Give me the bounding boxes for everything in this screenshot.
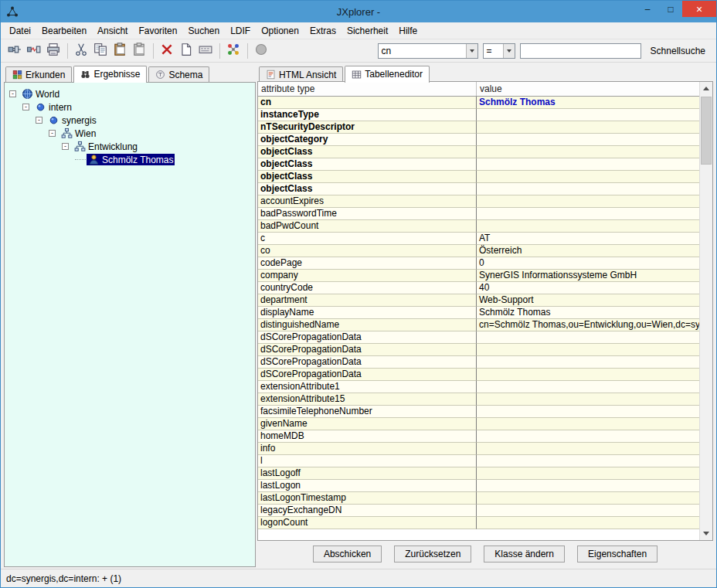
attribute-cell[interactable]: lastLogon (258, 480, 477, 492)
menu-item-datei[interactable]: Datei (4, 23, 36, 39)
value-cell[interactable] (477, 467, 699, 480)
menu-item-hilfe[interactable]: Hilfe (393, 23, 423, 39)
reset-button[interactable]: Zurücksetzen (394, 546, 471, 563)
value-cell[interactable] (477, 492, 699, 505)
attribute-cell[interactable]: dSCorePropagationData (258, 344, 477, 356)
attribute-cell[interactable]: dSCorePropagationData (258, 356, 477, 369)
value-cell[interactable] (477, 208, 699, 220)
value-cell[interactable] (477, 443, 699, 455)
attribute-cell[interactable]: logonCount (258, 517, 477, 529)
value-cell[interactable] (477, 480, 699, 492)
value-cell[interactable] (477, 430, 699, 443)
attribute-cell[interactable]: c (258, 233, 477, 245)
attribute-cell[interactable]: objectClass (258, 171, 477, 183)
attribute-cell[interactable]: objectCategory (258, 134, 477, 146)
tree-node-synergis[interactable]: -synergis (5, 114, 255, 127)
attribute-cell[interactable]: dSCorePropagationData (258, 331, 477, 344)
value-cell[interactable] (477, 381, 699, 393)
attribute-cell[interactable]: lastLogoff (258, 467, 477, 480)
menu-item-extras[interactable]: Extras (304, 23, 342, 39)
tab-ergebnisse[interactable]: Ergebnisse (73, 66, 147, 83)
attribute-cell[interactable]: legacyExchangeDN (258, 505, 477, 517)
minimize-button[interactable]: – (636, 1, 659, 17)
value-cell[interactable] (477, 406, 699, 418)
attribute-cell[interactable]: extensionAttribute15 (258, 393, 477, 406)
tree-node-entwicklung[interactable]: -Entwicklung (5, 140, 255, 153)
value-cell[interactable] (477, 109, 699, 121)
attribute-cell[interactable]: distinguishedName (258, 319, 477, 331)
value-cell[interactable] (477, 183, 699, 195)
tab-schema[interactable]: Schema (148, 66, 209, 82)
disconnect-button[interactable] (25, 42, 43, 60)
attribute-cell[interactable]: dSCorePropagationData (258, 369, 477, 381)
attribute-cell[interactable]: objectClass (258, 158, 477, 171)
attribute-cell[interactable]: badPasswordTime (258, 208, 477, 220)
collapse-toggle-icon[interactable]: - (36, 117, 42, 124)
attribute-cell[interactable]: givenName (258, 418, 477, 430)
tree-node-intern[interactable]: -intern (5, 100, 255, 114)
attribute-cell[interactable]: department (258, 294, 477, 307)
quick-search-input[interactable] (520, 43, 641, 59)
rename-button[interactable] (196, 42, 215, 60)
attribute-cell[interactable]: homeMDB (258, 430, 477, 443)
value-cell[interactable] (477, 455, 699, 467)
scrollbar-thumb[interactable] (701, 97, 712, 165)
value-cell[interactable]: 0 (477, 257, 699, 270)
menu-item-favoriten[interactable]: Favoriten (133, 23, 182, 39)
value-cell[interactable] (477, 171, 699, 183)
attribute-cell[interactable]: nTSecurityDescriptor (258, 121, 477, 134)
attribute-cell[interactable]: info (258, 443, 477, 455)
value-cell[interactable]: Österreich (477, 245, 699, 257)
attribute-cell[interactable]: objectClass (258, 146, 477, 158)
menu-item-ansicht[interactable]: Ansicht (92, 23, 133, 39)
value-cell[interactable]: AT (477, 233, 699, 245)
print-button[interactable] (44, 42, 63, 60)
delete-button[interactable] (158, 42, 176, 60)
submit-button[interactable]: Abschicken (313, 546, 382, 563)
scroll-up-button[interactable] (700, 82, 712, 95)
attribute-cell[interactable]: instanceType (258, 109, 477, 121)
menu-item-ldif[interactable]: LDIF (225, 23, 256, 39)
value-cell[interactable] (477, 134, 699, 146)
attribute-cell[interactable]: badPwdCount (258, 220, 477, 233)
close-button[interactable]: × (682, 1, 716, 17)
attribute-cell[interactable]: l (258, 455, 477, 467)
collapse-toggle-icon[interactable]: - (49, 130, 56, 137)
value-cell[interactable] (477, 517, 699, 529)
chevron-down-icon[interactable] (503, 44, 515, 58)
value-cell[interactable] (477, 146, 699, 158)
value-cell[interactable] (477, 121, 699, 134)
value-cell[interactable] (477, 344, 699, 356)
attribute-cell[interactable]: codePage (258, 257, 477, 270)
search-attribute-select[interactable]: cn (378, 43, 478, 59)
collapse-toggle-icon[interactable]: - (22, 104, 29, 110)
value-cell[interactable] (477, 369, 699, 381)
paste-alias-button[interactable] (130, 42, 148, 60)
value-cell[interactable] (477, 195, 699, 208)
copy-button[interactable] (91, 42, 110, 60)
scroll-down-button[interactable] (700, 527, 712, 540)
search-operator-select[interactable]: = (483, 43, 515, 59)
value-cell[interactable]: Web-Support (477, 294, 699, 307)
menu-item-sicherheit[interactable]: Sicherheit (342, 23, 393, 39)
collapse-toggle-icon[interactable]: - (9, 90, 16, 97)
value-cell[interactable] (477, 505, 699, 517)
value-cell[interactable]: cn=Schmölz Thomas,ou=Entwicklung,ou=Wien… (477, 319, 699, 331)
menu-item-suchen[interactable]: Suchen (182, 23, 225, 39)
attribute-cell[interactable]: lastLogonTimestamp (258, 492, 477, 505)
menu-item-bearbeiten[interactable]: Bearbeiten (36, 23, 92, 39)
attribute-cell[interactable]: accountExpires (258, 195, 477, 208)
collapse-toggle-icon[interactable]: - (62, 143, 69, 150)
value-cell[interactable] (477, 393, 699, 406)
value-cell[interactable]: SynerGIS Informationssysteme GmbH (477, 270, 699, 282)
maximize-button[interactable]: □ (659, 1, 682, 17)
value-cell[interactable]: Schmölz Thomas (477, 97, 699, 109)
value-cell[interactable] (477, 158, 699, 171)
tree-node-world[interactable]: -World (5, 87, 255, 100)
stop-button[interactable] (252, 42, 270, 60)
tab-erkunden[interactable]: Erkunden (5, 66, 72, 82)
column-header-value[interactable]: value (477, 82, 699, 96)
paste-button[interactable] (110, 42, 129, 60)
attribute-cell[interactable]: cn (258, 97, 477, 109)
attribute-cell[interactable]: countryCode (258, 282, 477, 294)
